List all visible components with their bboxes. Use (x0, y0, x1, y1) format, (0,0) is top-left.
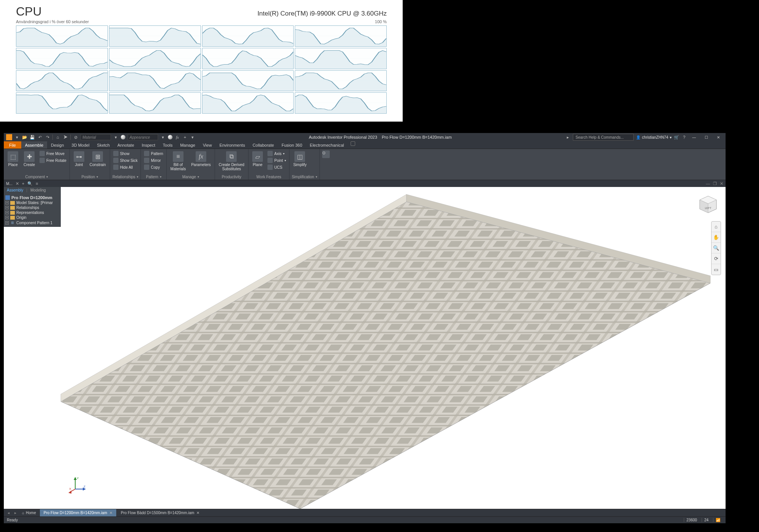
expand-icon[interactable]: + (5, 201, 9, 204)
appearance-browse-icon[interactable]: ▾ (160, 135, 166, 140)
tree-item-component-pattern[interactable]: + ⊞ Component Pattern 1 (5, 220, 60, 225)
appearance-dropdown[interactable]: Appearance (128, 134, 158, 140)
axis-button[interactable]: Axis▾ (267, 150, 287, 157)
constrain-button[interactable]: ⊞Constrain (88, 150, 108, 168)
tab-fusion360[interactable]: Fusion 360 (278, 141, 306, 149)
expand-icon[interactable]: + (5, 211, 9, 214)
doctab-prev-icon[interactable]: ◂ (5, 511, 11, 515)
tree-item-model-states[interactable]: + Model States: [Primar (5, 200, 60, 205)
qat-undo-icon[interactable]: ↶ (37, 135, 43, 140)
nav-zoom-icon[interactable]: 🔍 (712, 243, 721, 253)
nav-lookat-icon[interactable]: ▭ (712, 264, 721, 275)
tab-design[interactable]: Design (47, 141, 68, 149)
nav-pan-icon[interactable]: ✋ (712, 232, 721, 243)
viewcube[interactable]: LEFT (697, 194, 719, 215)
qat-more-icon[interactable]: ▾ (190, 135, 195, 140)
viewport-restore-icon[interactable]: ❐ (713, 181, 717, 186)
folder-icon (10, 216, 15, 220)
tab-electromechanical[interactable]: Electromechanical (306, 141, 348, 149)
cart-icon[interactable]: 🛒 (674, 135, 679, 140)
user-menu[interactable]: 👤 christianZHN74 ▾ (636, 135, 672, 139)
browser-tab-assembly[interactable]: Assembly (4, 187, 26, 193)
svg-text:X: X (69, 487, 71, 491)
create-button[interactable]: ✚Create (22, 150, 36, 168)
nav-orbit-icon[interactable]: ⟳ (712, 253, 721, 264)
tab-view[interactable]: View (199, 141, 216, 149)
pattern-button[interactable]: Pattern (143, 150, 164, 157)
hide-all-button[interactable]: Hide All (112, 164, 139, 170)
tab-inspect[interactable]: Inspect (138, 141, 159, 149)
bom-button[interactable]: ≡Bill of Materials (169, 150, 188, 172)
qat-home-icon[interactable]: ⌂ (55, 135, 60, 140)
search-go-icon[interactable]: ▸ (565, 135, 571, 140)
copy-button[interactable]: Copy (143, 164, 164, 170)
qat-select-icon[interactable]: ⮞ (63, 135, 68, 140)
browser-search-icon[interactable]: 🔍 (27, 181, 33, 186)
nav-home-icon[interactable]: ⌂ (712, 222, 721, 232)
tab-tools[interactable]: Tools (159, 141, 177, 149)
show-sick-button[interactable]: Show Sick (112, 157, 139, 163)
show-button[interactable]: Show (112, 150, 139, 157)
appearance-preview-icon[interactable] (121, 135, 125, 139)
tree-root[interactable]: Pro Flow D=1200mm (5, 195, 60, 200)
tab-annotate[interactable]: Annotate (114, 141, 138, 149)
viewport-minimize-icon[interactable]: — (706, 181, 710, 186)
browser-tab-modeling[interactable]: Modeling (27, 187, 49, 193)
doctab-1[interactable]: Pro Flow D=1200mm B=1420mm.iam ✕ (40, 509, 116, 516)
expand-icon[interactable]: + (5, 216, 9, 219)
maximize-button[interactable]: ☐ (701, 134, 711, 141)
expand-icon[interactable]: + (5, 206, 9, 209)
simplify-button[interactable]: ◫Simplify (292, 150, 308, 168)
status-signal-icon[interactable]: 📶 (713, 518, 723, 522)
fx-icon[interactable]: fx (175, 135, 180, 140)
doctab-close-icon[interactable]: ✕ (109, 511, 112, 515)
browser-close-icon[interactable]: ✕ (16, 181, 19, 186)
free-move-button[interactable]: Free Move (39, 150, 67, 157)
file-tab[interactable]: File (4, 141, 21, 149)
browser-add-icon[interactable]: + (22, 181, 24, 186)
doctab-2[interactable]: Pro Flow Bädd D=1500mm B=1420mm.iam ✕ (117, 509, 203, 516)
tab-assemble[interactable]: Assemble (21, 141, 47, 149)
qat-plus-icon[interactable]: + (182, 135, 188, 140)
tab-environments[interactable]: Environments (216, 141, 249, 149)
doctab-close-icon[interactable]: ✕ (196, 511, 199, 515)
create-derived-button[interactable]: ⧉Create Derived Substitutes (217, 150, 246, 172)
plane-button[interactable]: ▱Plane (251, 150, 264, 168)
qat-redo-icon[interactable]: ↷ (45, 135, 50, 140)
qat-save-icon[interactable]: 💾 (30, 135, 35, 140)
search-input[interactable]: Search Help & Commands... (573, 134, 634, 141)
free-rotate-button[interactable]: Free Rotate (39, 157, 67, 163)
joint-button[interactable]: ⊶Joint (72, 150, 86, 168)
point-button[interactable]: Point▾ (267, 157, 287, 163)
tree-item-origin[interactable]: + Origin (5, 215, 60, 220)
doctab-home[interactable]: ⌂ Home (19, 511, 39, 515)
mirror-button[interactable]: Mirror (143, 157, 164, 163)
viewport[interactable]: LEFT ⌂ ✋ 🔍 ⟳ ▭ Y X Z (4, 187, 726, 509)
color-preview-icon[interactable] (168, 135, 172, 139)
viewport-close-icon[interactable]: ✕ (720, 181, 723, 186)
ribbon-help-icon[interactable] (351, 141, 355, 146)
material-dropdown[interactable]: Material (81, 134, 111, 140)
expand-icon[interactable]: + (5, 221, 9, 225)
tab-3d-model[interactable]: 3D Model (68, 141, 93, 149)
browser-menu-icon[interactable]: ≡ (36, 181, 38, 186)
ucs-button[interactable]: UCS (267, 164, 287, 170)
tab-manage[interactable]: Manage (176, 141, 199, 149)
tree-item-relationships[interactable]: + Relationships (5, 205, 60, 210)
tab-collaborate[interactable]: Collaborate (249, 141, 278, 149)
tab-sketch[interactable]: Sketch (93, 141, 114, 149)
close-button[interactable]: ✕ (713, 134, 723, 141)
help-icon[interactable]: ? (682, 135, 687, 140)
qat-new-icon[interactable]: ▾ (14, 135, 20, 140)
qat-block-icon[interactable]: ⊘ (73, 135, 78, 140)
qat-open-icon[interactable]: 📂 (22, 135, 27, 140)
minimize-button[interactable]: — (689, 134, 699, 141)
material-browse-icon[interactable]: ▾ (113, 135, 119, 140)
parameters-button[interactable]: fxParameters (190, 150, 212, 168)
ribbon-overflow-icon[interactable]: ⊙ (322, 150, 330, 158)
model-canvas[interactable] (4, 187, 726, 509)
place-button[interactable]: ⬚Place (6, 150, 20, 168)
cpu-core-chart (202, 48, 294, 69)
doctab-next-icon[interactable]: ▸ (12, 511, 18, 515)
tree-item-representations[interactable]: + Representations (5, 210, 60, 215)
